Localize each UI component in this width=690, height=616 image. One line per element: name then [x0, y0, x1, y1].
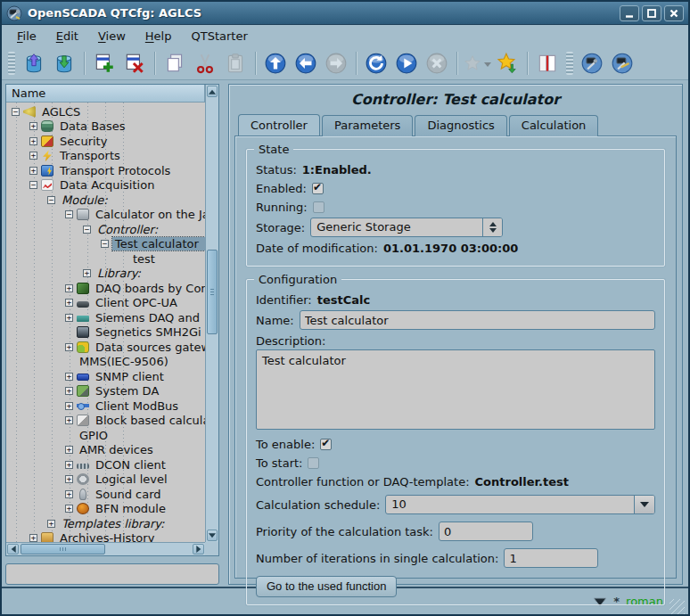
to-start-checkbox[interactable] [308, 457, 319, 469]
close-button[interactable] [664, 5, 684, 21]
collapse-toggle[interactable]: − [47, 196, 55, 204]
scroll-left-button[interactable] [7, 544, 19, 554]
tab-parameters[interactable]: Parameters [322, 115, 413, 136]
expand-toggle[interactable]: + [65, 299, 73, 307]
expand-toggle[interactable]: + [29, 167, 37, 175]
tree-item-test-calculator[interactable]: −Test calculator [6, 237, 205, 252]
expand-toggle[interactable]: + [65, 314, 73, 322]
tree-item-controller[interactable]: −Controller: [6, 222, 205, 237]
tree-item-siemens-daq-and[interactable]: +Siemens DAQ and [6, 310, 205, 325]
tree-vertical-scrollbar[interactable] [205, 85, 218, 542]
tree-item-transport-protocols[interactable]: +Transport Protocols [6, 163, 205, 178]
menu-qtstarter[interactable]: QTStarter [183, 27, 255, 45]
tree-item-aglcs[interactable]: −AGLCS [6, 104, 205, 119]
expand-toggle[interactable]: + [29, 152, 37, 160]
tree-item-system-da[interactable]: +System DA [6, 384, 205, 399]
start-periodic-update-button[interactable] [392, 50, 421, 77]
back-button[interactable] [292, 50, 320, 77]
cut-item-button[interactable] [191, 50, 219, 77]
copy-item-button[interactable] [160, 50, 189, 77]
scroll-down-button[interactable] [207, 530, 218, 541]
tree-item-test[interactable]: test [6, 251, 205, 267]
add-favorite-button[interactable] [493, 50, 522, 77]
collapse-toggle[interactable]: − [65, 210, 73, 218]
expand-toggle[interactable]: + [29, 122, 37, 130]
scroll-up-button[interactable] [207, 86, 218, 97]
manual-button[interactable] [533, 50, 562, 77]
menu-view[interactable]: View [90, 27, 134, 45]
expand-toggle[interactable]: + [65, 475, 73, 483]
resize-grip[interactable] [669, 599, 685, 614]
vertical-scroll-handle[interactable] [207, 250, 218, 334]
menu-edit[interactable]: Edit [48, 27, 86, 45]
up-button[interactable] [261, 50, 290, 77]
spin-arrows-icon[interactable] [482, 218, 502, 236]
expand-toggle[interactable]: + [65, 505, 73, 513]
tree-horizontal-scrollbar[interactable] [6, 542, 205, 555]
expand-toggle[interactable]: + [29, 534, 37, 542]
expand-toggle[interactable]: + [29, 137, 37, 145]
go-to-used-function-button[interactable]: Go to the used function [256, 576, 397, 597]
tree-item-logical-level[interactable]: +Logical level [6, 472, 205, 488]
collapse-toggle[interactable]: − [12, 108, 20, 116]
add-item-button[interactable] [90, 50, 119, 77]
expand-toggle[interactable]: + [65, 402, 73, 410]
minimize-button[interactable] [620, 5, 639, 21]
tree-item-transports[interactable]: +Transports [6, 149, 205, 164]
scroll-right-button[interactable] [193, 544, 204, 554]
tree-item-data-sources-gatew[interactable]: +Data sources gatew [6, 340, 205, 355]
tree-item-bfn-module[interactable]: +BFN module [6, 502, 205, 517]
tree-item-gpio[interactable]: GPIO [6, 428, 205, 443]
tree-item-data-acquisition[interactable]: −Data Acquisition [6, 178, 205, 193]
iterations-input[interactable] [504, 548, 598, 568]
tree-item-snmp-client[interactable]: +SNMP client [6, 369, 205, 384]
qtstarter-launch-button[interactable] [608, 50, 637, 77]
expand-toggle[interactable]: + [65, 284, 73, 292]
expand-toggle[interactable]: + [65, 461, 73, 469]
tree-item-client-opc-ua[interactable]: +Client OPC-UA [6, 296, 205, 311]
to-enable-checkbox[interactable] [320, 439, 332, 450]
enabled-checkbox[interactable] [312, 183, 324, 194]
tab-diagnostics[interactable]: Diagnostics [415, 115, 506, 136]
expand-toggle[interactable]: + [65, 490, 73, 498]
collapse-toggle[interactable]: − [29, 181, 37, 189]
tree-item-library[interactable]: +Library: [6, 267, 205, 282]
tree-item-block-based-calcula[interactable]: +Block based calcula [6, 414, 205, 429]
tree-item-mms-iec-9506[interactable]: MMS(IEC-9506) [6, 355, 205, 370]
qtstarter-qtcfg-button[interactable] [578, 50, 606, 77]
tree-item-data-bases[interactable]: +Data Bases [6, 119, 205, 135]
menu-help[interactable]: Help [137, 27, 180, 45]
expand-toggle[interactable]: + [65, 446, 73, 454]
tab-controller[interactable]: Controller [238, 114, 320, 136]
tree-item-segnetics-smh2gi[interactable]: Segnetics SMH2Gi [6, 325, 205, 341]
collapse-toggle[interactable]: − [101, 240, 109, 248]
tree-item-security[interactable]: +Security [6, 134, 205, 149]
tree-header[interactable]: Name [6, 85, 205, 103]
toolbar-grip[interactable] [8, 52, 15, 75]
toolbar-grip[interactable] [566, 52, 573, 75]
expand-toggle[interactable]: + [65, 373, 73, 381]
chevron-down-icon[interactable] [634, 496, 654, 513]
tab-calculation[interactable]: Calculation [509, 115, 599, 136]
tree-item-dcon-client[interactable]: +DCON client [6, 457, 205, 472]
collapse-toggle[interactable]: − [83, 226, 91, 234]
dropdown-arrow-icon[interactable] [484, 62, 491, 70]
tree-item-amr-devices[interactable]: +AMR devices [6, 443, 205, 458]
tree-status-field[interactable] [5, 563, 219, 585]
tree-item-daq-boards-by-con[interactable]: +DAQ boards by Con [6, 281, 205, 296]
tree-item-archives-history[interactable]: +Archives-History [6, 531, 205, 543]
refresh-item-button[interactable] [362, 50, 390, 77]
running-checkbox[interactable] [313, 201, 324, 213]
load-from-db-button[interactable] [20, 50, 48, 77]
horizontal-scroll-handle[interactable] [21, 544, 105, 554]
tree-item-calculator-on-the-ja[interactable]: −Calculator on the Ja [6, 208, 205, 223]
expand-toggle[interactable]: + [83, 269, 91, 277]
delete-item-button[interactable] [120, 50, 149, 77]
storage-combobox[interactable]: Generic Storage [310, 218, 503, 237]
calculation-schedule-combobox[interactable]: 10 [385, 495, 655, 514]
maximize-button[interactable] [642, 5, 661, 21]
name-input[interactable] [300, 310, 655, 330]
expand-toggle[interactable]: + [65, 416, 73, 424]
tree-item-client-modbus[interactable]: +Client ModBus [6, 398, 205, 414]
tree-item-sound-card[interactable]: +Sound card [6, 487, 205, 502]
